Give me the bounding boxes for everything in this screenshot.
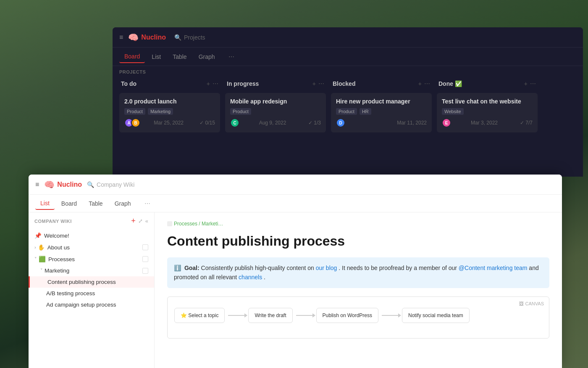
flow-node-select-topic[interactable]: ⭐ Select a topic xyxy=(174,308,225,323)
marketing-checkbox[interactable] xyxy=(142,268,148,274)
light-app-header: ≡ 🧠 Nuclino 🔍 Company Wiki xyxy=(29,175,562,195)
dark-logo-text: Nuclino xyxy=(141,34,166,41)
flow-node-write-draft-label: Write the draft xyxy=(255,312,286,318)
dark-tag-website: Website xyxy=(442,108,464,115)
canvas-flow: ⭐ Select a topic Write the draft xyxy=(174,304,542,325)
processes-icon: 🟩 xyxy=(39,256,46,262)
sidebar-item-about[interactable]: › ✋ About us xyxy=(29,241,154,253)
info-link-channels[interactable]: channels xyxy=(239,274,262,281)
dark-card-hire-manager-avatars: D xyxy=(336,118,343,127)
sidebar-add-icon[interactable]: + xyxy=(131,217,136,225)
dark-column-done-more[interactable]: ⋯ xyxy=(530,80,536,87)
dark-card-product-launch-avatars: A B xyxy=(124,118,138,127)
sidebar-item-marketing[interactable]: ˅ Marketing xyxy=(29,265,154,276)
dark-tag-marketing: Marketing xyxy=(148,108,173,115)
sidebar-about-label: About us xyxy=(47,244,70,251)
dark-card-hire-manager-date: Mar 11, 2022 xyxy=(397,120,427,126)
avatar-2: B xyxy=(131,118,140,127)
sidebar-collapse-icon[interactable]: « xyxy=(145,218,148,224)
dark-card-mobile-redesign[interactable]: Mobile app redesign Product C Aug 9, 202… xyxy=(225,93,326,132)
dark-card-product-launch-footer: A B Mar 25, 2022 ✓ 0/15 xyxy=(124,118,215,127)
dark-column-todo: To do + ⋯ 2.0 product launch Product Mar… xyxy=(119,78,220,136)
info-icon: ℹ️ xyxy=(174,265,181,271)
sidebar-marketing-label: Marketing xyxy=(45,267,69,274)
light-tab-list[interactable]: List xyxy=(35,197,55,210)
info-box: ℹ️ Goal: Consistently publish high-quali… xyxy=(167,257,549,288)
light-search[interactable]: 🔍 Company Wiki xyxy=(87,181,134,188)
dark-column-todo-add[interactable]: + xyxy=(207,80,210,87)
dark-menu-icon[interactable]: ≡ xyxy=(119,34,123,41)
dark-card-product-launch-title: 2.0 product launch xyxy=(124,98,215,105)
dark-card-live-chat[interactable]: Test live chat on the website Website E … xyxy=(437,93,538,132)
dark-column-inprogress-title: In progress xyxy=(227,80,259,87)
dark-card-product-launch-tasks: ✓ 0/15 xyxy=(200,120,215,126)
light-tab-more[interactable]: ⋯ xyxy=(139,198,155,209)
dark-card-mobile-redesign-title: Mobile app redesign xyxy=(230,98,321,105)
dark-card-mobile-redesign-date: Aug 9, 2022 xyxy=(259,120,286,126)
dark-card-hire-manager[interactable]: Hire new product manager Product HR D Ma… xyxy=(331,93,432,132)
flow-arrow-line-2 xyxy=(296,315,313,316)
dark-card-live-chat-tasks: ✓ 7/7 xyxy=(520,120,533,126)
dark-card-live-chat-avatars: E xyxy=(442,118,449,127)
dark-card-product-launch-date: Mar 25, 2022 xyxy=(154,120,184,126)
dark-tab-more[interactable]: ⋯ xyxy=(223,51,239,63)
dark-column-inprogress-add[interactable]: + xyxy=(312,80,316,87)
dark-tag-product2: Product xyxy=(230,108,251,115)
info-text-middle: . It needs to be proofread by a member o… xyxy=(339,265,459,271)
flow-node-notify[interactable]: Notify social media team xyxy=(402,308,470,323)
light-tab-table[interactable]: Table xyxy=(84,198,108,209)
dark-card-hire-manager-title: Hire new product manager xyxy=(336,98,427,105)
dark-column-blocked-add[interactable]: + xyxy=(418,80,422,87)
main-content: Processes / Marketi… Content publishing … xyxy=(155,212,562,368)
sidebar: COMPANY WIKI + ⤢ « 📌 Welcome! › ✋ About … xyxy=(29,212,155,368)
dark-card-hire-manager-tags: Product HR xyxy=(336,108,427,115)
flow-node-publish[interactable]: Publish on WordPress xyxy=(316,308,379,323)
dark-tab-graph[interactable]: Graph xyxy=(194,51,220,63)
dark-tag-product: Product xyxy=(124,108,145,115)
info-link-team[interactable]: @Content marketing team xyxy=(459,265,528,271)
sidebar-expand-icon[interactable]: ⤢ xyxy=(138,218,143,224)
info-link-blog[interactable]: our blog xyxy=(316,265,337,271)
breadcrumb: Processes / Marketi… xyxy=(167,221,549,227)
flow-node-notify-label: Notify social media team xyxy=(408,312,463,318)
dark-logo: 🧠 Nuclino xyxy=(128,32,166,42)
dark-column-todo-header: To do + ⋯ xyxy=(119,78,220,90)
dark-card-hire-manager-footer: D Mar 11, 2022 xyxy=(336,118,427,127)
sidebar-item-content-publishing[interactable]: Content publishing process xyxy=(29,276,154,288)
light-menu-icon[interactable]: ≡ xyxy=(35,181,39,188)
dark-tab-table[interactable]: Table xyxy=(168,51,192,63)
flow-node-select-topic-label: Select a topic xyxy=(188,312,218,318)
dark-search[interactable]: 🔍 Projects xyxy=(174,34,205,41)
dark-column-blocked-more[interactable]: ⋯ xyxy=(424,80,430,87)
sidebar-item-welcome[interactable]: 📌 Welcome! xyxy=(29,230,154,241)
flow-arrow-2 xyxy=(293,315,316,316)
processes-checkbox[interactable] xyxy=(142,256,148,262)
flow-node-publish-label: Publish on WordPress xyxy=(323,312,373,318)
sidebar-item-ad-campaign[interactable]: Ad campaign setup process xyxy=(29,299,154,310)
dark-column-todo-more[interactable]: ⋯ xyxy=(213,80,218,87)
sidebar-item-processes[interactable]: ˅ 🟩 Processes xyxy=(29,253,154,265)
dark-tab-list[interactable]: List xyxy=(147,51,166,63)
flow-node-select-topic-icon: ⭐ xyxy=(181,312,187,318)
light-app-window: ≡ 🧠 Nuclino 🔍 Company Wiki List Board Ta… xyxy=(29,175,562,368)
processes-chevron-icon: ˅ xyxy=(34,257,37,262)
flow-node-write-draft[interactable]: Write the draft xyxy=(248,308,292,323)
dark-column-done-add[interactable]: + xyxy=(524,80,528,87)
dark-tab-board[interactable]: Board xyxy=(119,50,145,63)
avatar-5: E xyxy=(442,118,451,127)
dark-column-blocked-header: Blocked + ⋯ xyxy=(331,78,432,90)
dark-card-product-launch[interactable]: 2.0 product launch Product Marketing A B… xyxy=(119,93,220,132)
dark-board: To do + ⋯ 2.0 product launch Product Mar… xyxy=(113,78,583,136)
canvas-label-text: CANVAS xyxy=(525,301,544,306)
breadcrumb-path[interactable]: Processes / Marketi… xyxy=(174,221,223,227)
light-tab-board[interactable]: Board xyxy=(56,198,82,209)
sidebar-item-ab-testing[interactable]: A/B testing process xyxy=(29,288,154,299)
avatar-4: D xyxy=(336,118,345,127)
light-tab-graph[interactable]: Graph xyxy=(110,198,136,209)
flow-arrow-3 xyxy=(378,315,402,316)
dark-tabs-bar: Board List Table Graph ⋯ xyxy=(113,48,583,66)
flow-arrow-head-3 xyxy=(398,313,401,318)
flow-arrow-1 xyxy=(225,315,248,316)
about-checkbox[interactable] xyxy=(142,244,148,250)
dark-column-inprogress-more[interactable]: ⋯ xyxy=(318,80,324,87)
